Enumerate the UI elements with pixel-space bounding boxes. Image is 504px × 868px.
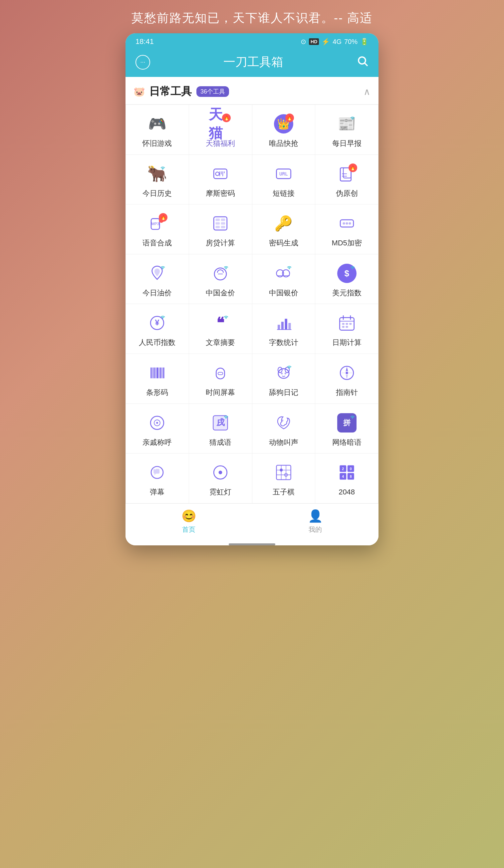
tool-label-30: 霓虹灯 [209, 487, 232, 497]
svg-point-84 [280, 468, 282, 472]
tool-label-5: 今日历史 [143, 189, 172, 198]
tool-item-12[interactable]: MD5加密 [315, 205, 379, 255]
tool-label-10: 房贷计算 [206, 238, 235, 248]
tool-item-8[interactable]: 🔥 伪原创 [315, 155, 379, 205]
svg-point-63 [281, 373, 282, 374]
svg-text:MP3: MP3 [152, 222, 160, 226]
wifi-badge-16 [349, 265, 356, 271]
home-indicator [229, 544, 275, 545]
tool-item-28[interactable]: 拼 网络暗语 [315, 404, 379, 454]
svg-rect-79 [276, 465, 291, 480]
nav-profile[interactable]: 👤 我的 [252, 509, 379, 534]
svg-rect-37 [285, 319, 287, 330]
tool-item-16[interactable]: $ 美元指数 [315, 255, 379, 304]
tool-label-18: 文章摘要 [206, 338, 235, 348]
link-icon: URL [275, 165, 292, 183]
tool-item-4[interactable]: 📰 每日早报 [315, 105, 379, 155]
tool-item-11[interactable]: 🔑 密码生成 [252, 205, 316, 255]
bluetooth-icon: ⚡ [321, 38, 330, 45]
tool-item-2[interactable]: 🔥 天猫 天猫福利 [189, 105, 252, 155]
tool-label-9: 语音合成 [143, 238, 172, 248]
tool-label-24: 指南针 [336, 388, 358, 397]
tool-item-10[interactable]: 房贷计算 [189, 205, 252, 255]
quote-text: 莫愁前路无知已，天下谁人不识君。-- 高适 [132, 10, 372, 26]
svg-rect-35 [278, 325, 280, 330]
menu-button[interactable]: ··· [135, 55, 150, 70]
home-icon: 😊 [182, 509, 196, 523]
status-icons: ⊙ HD ⚡ 4G 70% 🔋 [301, 38, 369, 45]
tool-item-21[interactable]: 条形码 [126, 354, 189, 404]
tool-item-19[interactable]: 字数统计 [252, 304, 316, 354]
tool-label-17: 人民币指数 [139, 338, 175, 348]
svg-point-27 [349, 223, 351, 225]
tool-item-22[interactable]: 时间屏幕 [189, 354, 252, 404]
wifi-badge-4 [349, 115, 356, 122]
tool-item-18[interactable]: ❝ 文章摘要 [189, 304, 252, 354]
animal-icon [275, 414, 292, 432]
menu-icon: ··· [140, 59, 145, 65]
wifi-badge-18 [223, 314, 229, 321]
wifi-badge-17 [160, 314, 166, 321]
signal-icon: 4G [332, 38, 341, 45]
tool-item-27[interactable]: 动物叫声 [252, 404, 316, 454]
calc-icon [212, 215, 229, 232]
svg-rect-22 [216, 226, 220, 228]
main-content: 🐷 日常工具 36个工具 ∧ 🎮 怀旧游戏 🔥 天猫 天猫福利 [125, 77, 379, 545]
tool-item-17[interactable]: ¥ 人民币指数 [126, 304, 189, 354]
tool-item-7[interactable]: URL 短链接 [252, 155, 316, 205]
svg-rect-59 [218, 372, 223, 374]
tool-label-15: 中国银价 [269, 288, 298, 298]
svg-text:4: 4 [342, 474, 344, 478]
tool-item-6[interactable]: 摩斯密码 [189, 155, 252, 205]
profile-icon: 👤 [308, 509, 323, 523]
tool-item-1[interactable]: 🎮 怀旧游戏 [126, 105, 189, 155]
tool-item-20[interactable]: 日期计算 [315, 304, 379, 354]
svg-rect-44 [342, 323, 344, 324]
nav-home[interactable]: 😊 首页 [125, 509, 252, 534]
svg-text:2: 2 [342, 467, 344, 471]
search-button[interactable] [357, 55, 369, 70]
battery-icon: 🔋 [360, 38, 369, 45]
game-icon: 🎮 [148, 116, 166, 131]
tool-item-30[interactable]: 霓虹灯 [189, 454, 252, 504]
svg-rect-20 [216, 223, 220, 225]
tool-label-23: 舔狗日记 [269, 388, 298, 397]
tool-label-27: 动物叫声 [269, 438, 298, 447]
tool-item-3[interactable]: 🔥 👑 唯品快抢 [252, 105, 316, 155]
svg-point-75 [282, 420, 283, 421]
tool-item-31[interactable]: 五子棋 [252, 454, 316, 504]
tool-item-23[interactable]: 舔狗日记 [252, 354, 316, 404]
collapse-button[interactable]: ∧ [363, 86, 371, 97]
tool-label-4: 每日早报 [332, 139, 361, 148]
svg-rect-23 [221, 226, 225, 228]
wifi-badge-26 [223, 414, 229, 421]
barcode-icon [148, 364, 166, 382]
timer-icon [212, 364, 229, 382]
svg-text:8: 8 [350, 474, 351, 478]
tool-item-9[interactable]: 🔥 MP3 语音合成 [126, 205, 189, 255]
tool-item-29[interactable]: 弹幕 [126, 454, 189, 504]
tool-item-25[interactable]: 亲戚称呼 [126, 404, 189, 454]
tool-item-15[interactable]: 中国银价 [252, 255, 316, 304]
tool-label-21: 条形码 [146, 388, 168, 397]
tool-item-14[interactable]: 中国金价 [189, 255, 252, 304]
tool-label-1: 怀旧游戏 [143, 139, 172, 148]
svg-rect-19 [221, 219, 225, 221]
tool-item-13[interactable]: 今日油价 [126, 255, 189, 304]
tool-item-32[interactable]: 2 0 4 8 2048 [315, 454, 379, 504]
wifi-badge-13 [160, 265, 166, 271]
compass-icon [338, 364, 356, 382]
wifi-status-icon: ⊙ [301, 38, 306, 45]
tool-label-12: MD5加密 [331, 238, 361, 248]
tool-label-8: 伪原创 [336, 189, 358, 198]
tool-item-5[interactable]: 🐂 今日历史 [126, 155, 189, 205]
relatives-icon [148, 414, 166, 432]
tool-item-26[interactable]: 戌 猜成语 [189, 404, 252, 454]
svg-rect-56 [162, 368, 163, 378]
tool-item-24[interactable]: 指南针 [315, 354, 379, 404]
app-title: 一刀工具箱 [223, 54, 283, 70]
svg-line-1 [365, 63, 368, 65]
home-label: 首页 [182, 525, 195, 534]
svg-rect-57 [163, 368, 164, 378]
bottom-nav: 😊 首页 👤 我的 [125, 504, 379, 541]
